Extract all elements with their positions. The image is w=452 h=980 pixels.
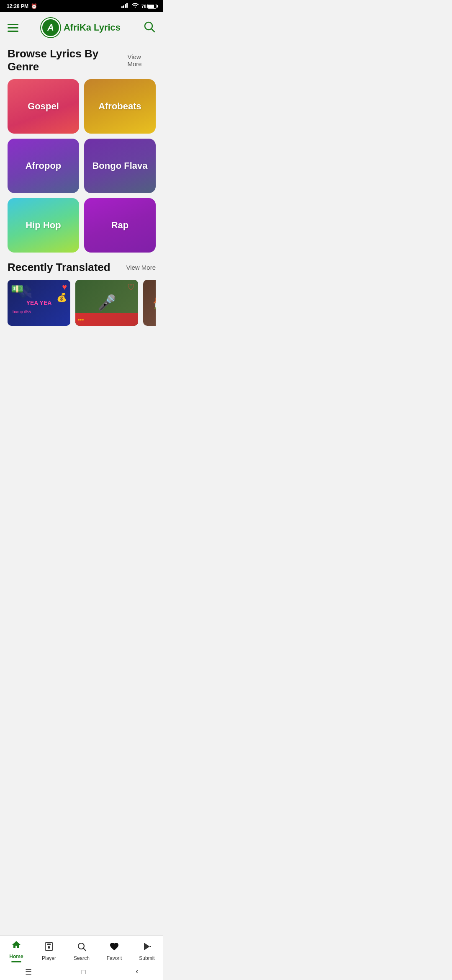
recently-title: Recently Translated — [8, 261, 110, 274]
heart-icon-2[interactable]: ♡ — [127, 282, 135, 292]
header-search-button[interactable] — [143, 21, 156, 35]
status-right: 78 — [121, 3, 157, 10]
song-card-1[interactable]: 💵 💰 YEA YEA bump it55 ♥ — [8, 280, 70, 326]
svg-rect-2 — [125, 4, 126, 8]
genre-card-gospel[interactable]: Gospel — [8, 79, 79, 134]
status-bar: 12:28 PM ⏰ 78 — [0, 0, 163, 12]
signal-icon — [121, 3, 129, 9]
logo-circle: A — [41, 18, 60, 37]
main-content: Browse Lyrics By Genre View More Gospel … — [0, 43, 163, 253]
svg-rect-0 — [121, 6, 123, 8]
alarm-icon: ⏰ — [31, 3, 37, 9]
svg-line-5 — [152, 29, 154, 32]
genre-label-rap: Rap — [111, 220, 129, 231]
app-header: A AfriKa Lyrics — [0, 12, 163, 43]
svg-rect-1 — [123, 5, 124, 8]
svg-rect-3 — [126, 3, 128, 8]
genre-label-gospel: Gospel — [28, 101, 59, 112]
genre-label-bongo-flava: Bongo Flava — [92, 160, 147, 171]
status-left: 12:28 PM ⏰ — [7, 3, 37, 9]
browse-title: Browse Lyrics By Genre — [8, 47, 128, 73]
browse-section-header: Browse Lyrics By Genre View More — [8, 47, 156, 73]
battery-level-text: 78 — [141, 4, 146, 9]
genre-grid: Gospel Afrobeats Afropop Bongo Flava Hip… — [8, 79, 156, 253]
songs-row: 💵 💰 YEA YEA bump it55 ♥ 🎤 ●●● ♡ 🏠 — [8, 280, 156, 329]
genre-label-afrobeats: Afrobeats — [98, 101, 141, 112]
genre-card-afrobeats[interactable]: Afrobeats — [84, 79, 156, 134]
genre-card-rap[interactable]: Rap — [84, 198, 156, 253]
song-card-3[interactable]: 🏠 — [143, 280, 156, 326]
genre-card-afropop[interactable]: Afropop — [8, 139, 79, 193]
genre-card-hip-hop[interactable]: Hip Hop — [8, 198, 79, 253]
battery-icon — [147, 4, 157, 9]
battery-container: 78 — [141, 4, 157, 9]
logo-letter: A — [47, 22, 54, 33]
recently-view-more[interactable]: View More — [126, 264, 156, 271]
recently-section: Recently Translated View More 💵 💰 YEA YE… — [0, 261, 163, 329]
browse-view-more[interactable]: View More — [128, 53, 156, 67]
genre-label-afropop: Afropop — [26, 160, 62, 171]
heart-icon-1[interactable]: ♥ — [62, 282, 67, 292]
status-time: 12:28 PM — [7, 3, 28, 9]
recently-section-header: Recently Translated View More — [8, 261, 156, 274]
wifi-icon — [131, 3, 139, 10]
song-card-2[interactable]: 🎤 ●●● ♡ — [75, 280, 138, 326]
logo-container: A AfriKa Lyrics — [41, 18, 121, 37]
genre-card-bongo-flava[interactable]: Bongo Flava — [84, 139, 156, 193]
genre-label-hip-hop: Hip Hop — [26, 220, 61, 231]
app-name: AfriKa Lyrics — [64, 22, 121, 33]
hamburger-menu[interactable] — [8, 24, 18, 32]
song-art-3: 🏠 — [143, 280, 156, 326]
song-art-1: 💵 💰 YEA YEA bump it55 — [8, 280, 70, 326]
